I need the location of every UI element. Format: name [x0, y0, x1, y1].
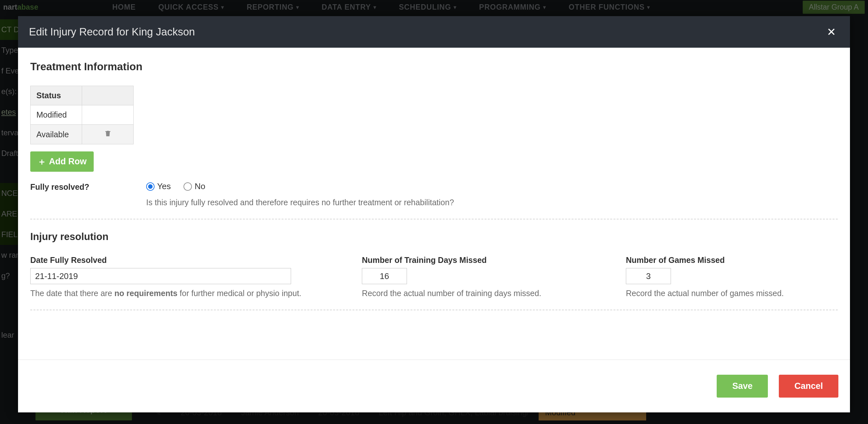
modal-body: Treatment Information Status Modified Av… — [18, 48, 850, 360]
trash-icon[interactable] — [104, 129, 112, 138]
radio-circle-icon — [146, 182, 155, 191]
training-missed-input[interactable] — [362, 268, 407, 284]
training-missed-help: Record the actual number of training day… — [362, 289, 616, 298]
status-action-cell — [82, 105, 134, 125]
radio-circle-icon — [184, 182, 192, 191]
games-missed-help: Record the actual number of games missed… — [626, 289, 838, 298]
radio-no[interactable]: No — [184, 181, 205, 191]
edit-injury-modal: Edit Injury Record for King Jackson ✕ Tr… — [18, 16, 850, 413]
modal-title: Edit Injury Record for King Jackson — [29, 26, 195, 38]
modal-footer: Save Cancel — [18, 360, 850, 413]
fully-resolved-help: Is this injury fully resolved and theref… — [146, 198, 838, 207]
radio-no-label: No — [194, 181, 205, 191]
games-missed-input[interactable] — [626, 268, 671, 284]
treatment-info-heading: Treatment Information — [30, 61, 838, 73]
modal-header: Edit Injury Record for King Jackson ✕ — [18, 16, 850, 48]
injury-resolution-heading: Injury resolution — [30, 231, 838, 243]
date-resolved-label: Date Fully Resolved — [30, 255, 352, 265]
table-row[interactable]: Modified — [31, 105, 134, 125]
section-divider — [30, 219, 838, 219]
training-missed-label: Number of Training Days Missed — [362, 255, 616, 265]
add-row-button[interactable]: ＋ Add Row — [30, 151, 94, 172]
status-cell: Modified — [31, 105, 82, 125]
games-missed-label: Number of Games Missed — [626, 255, 838, 265]
date-resolved-help: The date that there are no requirements … — [30, 289, 352, 298]
fully-resolved-label: Fully resolved? — [30, 181, 111, 192]
save-button[interactable]: Save — [717, 375, 768, 398]
status-table: Status Modified Available — [30, 86, 134, 144]
status-header-blank — [82, 86, 134, 105]
table-row[interactable]: Available — [31, 125, 134, 144]
cancel-button[interactable]: Cancel — [779, 375, 838, 398]
radio-yes[interactable]: Yes — [146, 181, 170, 191]
date-resolved-input[interactable] — [30, 268, 291, 284]
add-row-label: Add Row — [49, 157, 87, 167]
status-cell: Available — [31, 125, 82, 144]
status-header: Status — [31, 86, 82, 105]
radio-yes-label: Yes — [157, 181, 170, 191]
plus-icon: ＋ — [37, 157, 46, 166]
section-divider — [30, 310, 838, 310]
close-icon[interactable]: ✕ — [824, 22, 839, 41]
